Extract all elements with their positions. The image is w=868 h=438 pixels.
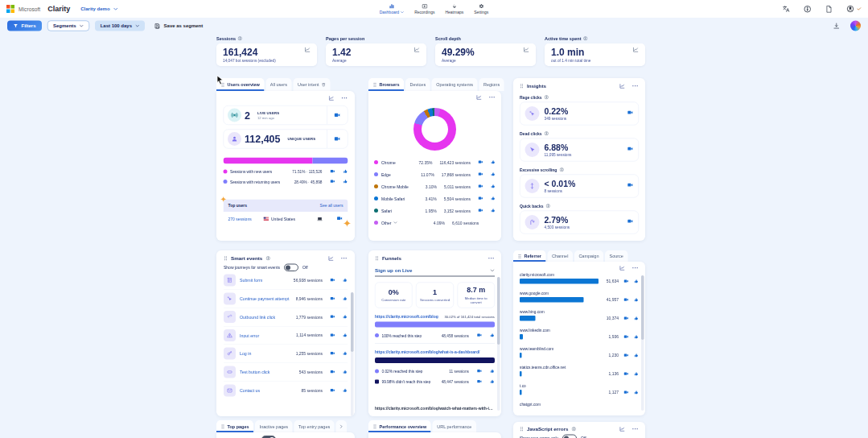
segments-button[interactable]: Segments <box>47 21 89 31</box>
more-menu-icon[interactable]: ··· <box>632 83 639 89</box>
drag-handle-icon[interactable] <box>518 254 522 259</box>
play-sessions-button[interactable] <box>623 353 629 357</box>
tab-operating-systems[interactable]: Operating systems <box>432 78 478 91</box>
relevance-feedback-button[interactable] <box>343 388 348 393</box>
metric-card-pages-per-session[interactable]: 1.42 Average <box>326 43 426 66</box>
relevance-feedback-button[interactable] <box>491 160 496 165</box>
play-sessions-button[interactable] <box>477 369 483 374</box>
tab-regions[interactable]: Regions <box>479 78 504 91</box>
drag-handle-icon[interactable] <box>375 256 379 262</box>
info-icon[interactable] <box>238 36 243 41</box>
trend-chart-icon[interactable] <box>328 255 334 261</box>
relevance-feedback-button[interactable] <box>634 390 639 395</box>
play-live-sessions-button[interactable] <box>327 106 348 125</box>
relevance-feedback-button[interactable] <box>491 172 496 177</box>
play-sessions-button[interactable] <box>330 278 335 283</box>
referrer-domain[interactable]: www.bing.com <box>520 310 639 315</box>
relevance-feedback-button[interactable] <box>490 369 495 374</box>
trend-chart-icon[interactable] <box>305 47 311 53</box>
play-sessions-button[interactable] <box>623 279 629 283</box>
relevance-feedback-button[interactable] <box>491 196 496 201</box>
filters-button[interactable]: Filters <box>7 21 42 31</box>
insight-box[interactable]: < 0.01%8 sessions <box>520 175 639 198</box>
funnel-step-url-link[interactable]: https://clarity.microsoft.com/blog/what-… <box>375 349 495 354</box>
play-sessions-button[interactable] <box>623 371 629 376</box>
trend-chart-icon[interactable] <box>619 83 625 89</box>
project-selector[interactable]: Clarity demo <box>80 6 118 12</box>
tab-top-entry-pages[interactable]: Top entry pages <box>294 420 335 432</box>
scrollbar[interactable] <box>351 292 354 416</box>
insight-box[interactable]: 2.79%4,503 sessions <box>520 211 639 234</box>
relevance-feedback-button[interactable] <box>343 333 348 337</box>
play-sessions-button[interactable] <box>478 196 483 201</box>
referrer-domain[interactable]: clarity.microsoft.com <box>520 273 639 278</box>
trend-chart-icon[interactable] <box>619 426 625 432</box>
metric-card-scroll-depth[interactable]: 49.29% Average <box>435 43 536 66</box>
drag-handle-icon[interactable] <box>224 256 228 262</box>
tab-all-users[interactable]: All users <box>265 78 291 91</box>
play-sessions-button[interactable] <box>330 351 335 356</box>
info-icon[interactable] <box>545 95 549 100</box>
more-menu-icon[interactable]: ··· <box>489 94 496 101</box>
nav-heatmaps[interactable]: Heatmaps <box>445 3 463 14</box>
tabs-overflow-arrow[interactable] <box>336 420 348 432</box>
relevance-feedback-button[interactable] <box>343 351 348 356</box>
microsoft-brand[interactable]: Microsoft <box>6 5 40 13</box>
trend-chart-icon[interactable] <box>476 94 482 100</box>
play-sessions-button[interactable] <box>623 316 629 320</box>
smart-event-link[interactable]: Submit form <box>240 278 290 283</box>
scrollbar[interactable] <box>497 277 500 411</box>
trend-chart-icon[interactable] <box>329 95 335 101</box>
funnel-selector[interactable]: Sign up on Live <box>375 268 495 277</box>
relevance-feedback-button[interactable] <box>343 180 348 184</box>
drag-handle-icon[interactable] <box>373 424 377 429</box>
play-sessions-button[interactable] <box>330 180 335 184</box>
relevance-feedback-button[interactable] <box>490 379 495 384</box>
tab-browsers[interactable]: Browsers <box>368 78 404 91</box>
metric-card-active-time[interactable]: 1.0 min out of 1.4 min total time <box>545 43 645 66</box>
more-menu-icon[interactable]: ··· <box>488 255 495 262</box>
journeys-toggle[interactable] <box>284 264 298 272</box>
play-sessions-button[interactable] <box>627 183 634 190</box>
nav-settings[interactable]: Settings <box>474 3 488 14</box>
smart-event-link[interactable]: Input error <box>240 333 292 337</box>
relevance-feedback-button[interactable] <box>634 334 639 339</box>
smart-event-link[interactable]: Contact us <box>240 388 298 393</box>
docs-icon[interactable] <box>825 5 833 13</box>
smart-event-link[interactable]: Continue payment attempt <box>240 296 292 301</box>
save-as-segment-button[interactable]: Save as segment <box>154 23 203 29</box>
referrer-domain[interactable]: www.google.com <box>520 291 639 296</box>
referrer-domain[interactable]: www.teamblind.com <box>520 347 639 352</box>
play-sessions-button[interactable] <box>627 147 634 154</box>
insight-box[interactable]: 6.88%11,095 sessions <box>520 138 639 162</box>
referrer-domain[interactable]: t.co <box>520 384 639 389</box>
play-sessions-button[interactable] <box>330 315 335 320</box>
play-sessions-button[interactable] <box>627 219 634 226</box>
smart-event-link[interactable]: Outbound link click <box>240 315 292 320</box>
date-range-button[interactable]: Last 100 days <box>95 21 145 31</box>
relevance-feedback-button[interactable] <box>343 278 348 283</box>
trend-chart-icon[interactable] <box>414 47 421 53</box>
more-menu-icon[interactable]: ··· <box>342 95 348 101</box>
relevance-feedback-button[interactable] <box>634 353 639 357</box>
play-sessions-button[interactable] <box>623 297 629 302</box>
smart-event-link[interactable]: Test button click <box>240 370 295 374</box>
tab-campaign[interactable]: Campaign <box>574 250 603 262</box>
more-menu-icon[interactable]: ··· <box>341 255 348 262</box>
copilot-icon[interactable] <box>850 21 861 31</box>
tab-top-pages[interactable]: Top pages <box>216 420 253 432</box>
errors-toggle[interactable] <box>562 435 577 438</box>
trend-chart-icon[interactable] <box>619 265 625 271</box>
drag-handle-icon[interactable] <box>520 84 524 89</box>
info-icon[interactable] <box>559 167 564 172</box>
play-sessions-button[interactable] <box>330 169 335 174</box>
referrer-partial-row[interactable]: chatgpt.com <box>520 403 639 407</box>
play-sessions-button[interactable] <box>478 160 483 165</box>
info-icon[interactable] <box>265 256 270 261</box>
play-sessions-button[interactable] <box>330 370 335 374</box>
referrer-domain[interactable]: statics.teams.cdn.office.net <box>520 366 639 370</box>
play-sessions-button[interactable] <box>477 379 483 384</box>
trend-chart-icon[interactable] <box>524 47 530 53</box>
download-icon[interactable] <box>833 23 841 30</box>
drag-handle-icon[interactable] <box>221 424 225 429</box>
